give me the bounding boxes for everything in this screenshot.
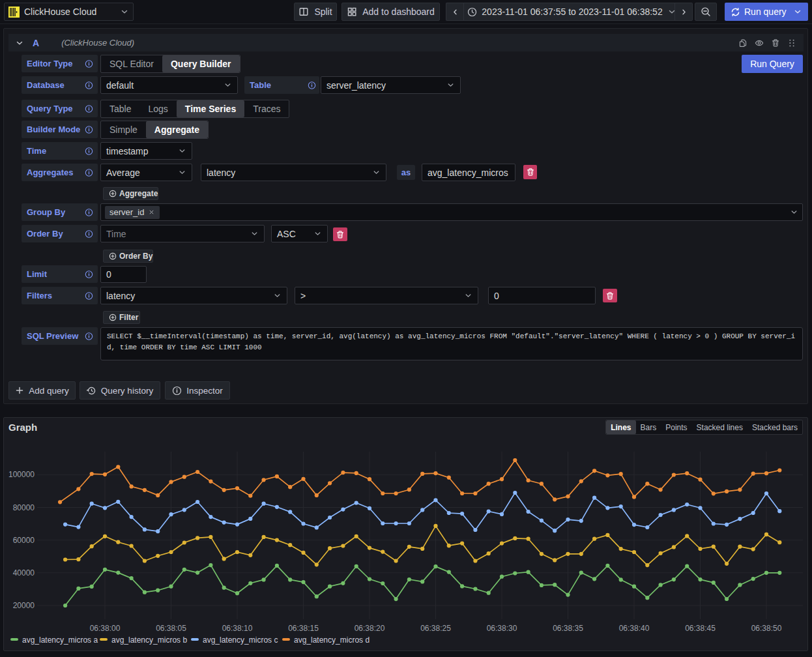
svg-text:06:38:35: 06:38:35 [553,624,583,633]
svg-text:06:38:10: 06:38:10 [222,624,253,633]
svg-text:avg_latency_micros c: avg_latency_micros c [203,635,278,645]
svg-text:06:38:15: 06:38:15 [288,624,319,633]
svg-text:avg_latency_micros b: avg_latency_micros b [111,635,187,645]
svg-text:06:38:30: 06:38:30 [487,624,517,633]
svg-text:06:38:25: 06:38:25 [420,624,451,633]
svg-text:100000: 100000 [8,470,35,479]
svg-text:40000: 40000 [13,568,35,577]
svg-text:20000: 20000 [13,601,35,610]
svg-text:avg_latency_micros a: avg_latency_micros a [22,635,98,645]
svg-text:06:38:20: 06:38:20 [355,624,385,633]
svg-text:06:38:00: 06:38:00 [90,624,121,633]
svg-text:06:38:40: 06:38:40 [619,624,650,633]
svg-text:60000: 60000 [13,536,35,545]
svg-text:06:38:05: 06:38:05 [156,624,186,633]
svg-text:06:38:45: 06:38:45 [685,624,716,633]
svg-text:06:38:50: 06:38:50 [751,624,782,633]
svg-text:80000: 80000 [13,503,35,512]
svg-text:avg_latency_micros d: avg_latency_micros d [294,635,370,645]
